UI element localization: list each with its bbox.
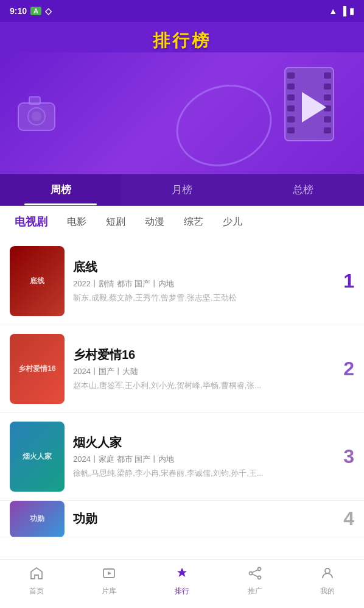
category-shortdrama[interactable]: 短剧 [97,211,134,233]
item-meta-3: 2024丨家庭 都市 国产丨内地 [73,454,327,465]
item-meta-1: 2022丨剧情 都市 国产丨内地 [73,278,327,289]
svg-rect-11 [324,72,331,79]
svg-rect-14 [324,105,331,111]
content-list: 底线 底线 2022丨剧情 都市 国产丨内地 靳东,成毅,蔡文静,王秀竹,曾梦雪… [0,238,364,559]
svg-rect-6 [287,83,295,90]
category-children[interactable]: 少儿 [214,211,251,233]
camera-decoration [12,88,61,139]
extra-icon: ◇ [45,6,52,16]
item-cast-1: 靳东,成毅,蔡文静,王秀竹,曾梦雪,张志坚,王劲松 [73,292,327,303]
page-header: 排行榜 [0,22,364,52]
svg-point-22 [257,576,261,579]
thumb-label-4: 功勋 [27,511,47,526]
item-rank-3: 3 [336,445,354,468]
svg-rect-9 [287,116,295,122]
main-content: 排行榜 [0,22,364,559]
tab-monthly[interactable]: 月榜 [121,174,242,205]
item-title-4: 功勋 [73,511,327,527]
nav-ranking[interactable]: 排行 [145,566,219,596]
svg-point-21 [257,567,261,570]
list-item[interactable]: 底线 底线 2022丨剧情 都市 国产丨内地 靳东,成毅,蔡文静,王秀竹,曾梦雪… [0,238,364,325]
nav-library[interactable]: 片库 [73,566,146,596]
library-icon [102,566,116,584]
item-title-1: 底线 [73,259,327,275]
category-variety[interactable]: 综艺 [175,211,212,233]
svg-rect-7 [287,94,295,101]
item-title-2: 乡村爱情16 [73,347,327,363]
category-movie[interactable]: 电影 [58,211,95,233]
svg-rect-13 [324,94,331,101]
thumbnail-1: 底线 [10,246,65,316]
svg-line-23 [252,570,257,572]
home-icon [29,566,44,584]
svg-line-24 [252,574,257,576]
item-info-2: 乡村爱情16 2024丨国产丨大陆 赵本山,唐鉴军,王小利,刘小光,贺树峰,毕畅… [73,347,327,391]
nav-home[interactable]: 首页 [0,566,73,596]
thumb-label-3: 烟火人家 [20,449,54,464]
ranking-icon [175,566,189,584]
thumbnail-4: 功勋 [10,501,65,537]
thumbnail-3: 烟火人家 [10,422,65,492]
item-rank-2: 2 [336,358,354,380]
nav-library-label: 片库 [102,586,116,596]
svg-rect-15 [324,116,331,122]
nav-home-label: 首页 [29,586,44,596]
item-info-4: 功勋 [73,511,327,527]
film-play-decoration [261,62,346,161]
svg-rect-5 [287,72,295,79]
item-cast-2: 赵本山,唐鉴军,王小利,刘小光,贺树峰,毕畅,曹桐睿,张... [73,380,327,391]
hero-banner [0,52,364,174]
svg-rect-10 [287,127,295,133]
nav-mine-label: 我的 [320,586,335,596]
wifi-icon: ▲ [329,6,337,16]
promote-icon [248,566,262,584]
category-bar: 电视剧 电影 短剧 动漫 综艺 少儿 [0,206,364,238]
nav-promote-label: 推广 [248,586,262,596]
nav-promote[interactable]: 推广 [219,566,292,596]
thumbnail-2: 乡村爱情16 [10,334,65,404]
item-title-3: 烟火人家 [73,434,327,451]
item-info-1: 底线 2022丨剧情 都市 国产丨内地 靳东,成毅,蔡文静,王秀竹,曾梦雪,张志… [73,259,327,303]
thumb-label-1: 底线 [27,274,47,289]
svg-point-25 [325,568,330,573]
nav-mine[interactable]: 我的 [291,566,364,596]
item-info-3: 烟火人家 2024丨家庭 都市 国产丨内地 徐帆,马思纯,梁静,李小冉,宋春丽,… [73,434,327,479]
svg-rect-12 [324,83,331,90]
svg-point-2 [32,111,41,121]
tab-weekly[interactable]: 周榜 [0,174,121,205]
thumb-label-2: 乡村爱情16 [16,361,58,376]
category-anime[interactable]: 动漫 [136,211,173,233]
list-item[interactable]: 乡村爱情16 乡村爱情16 2024丨国产丨大陆 赵本山,唐鉴军,王小利,刘小光… [0,325,364,413]
battery-icon: ▮ [349,6,354,16]
list-item[interactable]: 功勋 功勋 4 [0,501,364,537]
svg-rect-16 [324,127,331,133]
list-item[interactable]: 烟火人家 烟火人家 2024丨家庭 都市 国产丨内地 徐帆,马思纯,梁静,李小冉… [0,413,364,501]
svg-rect-8 [287,105,295,111]
status-right: ▲ ▐ ▮ [329,6,354,16]
signal-icon: ▐ [340,6,346,16]
nav-ranking-label: 排行 [175,586,189,596]
item-cast-3: 徐帆,马思纯,梁静,李小冉,宋春丽,李诚儒,刘钧,孙千,王... [73,468,327,479]
item-rank-1: 1 [336,270,354,292]
svg-marker-19 [108,571,111,575]
bottom-nav: 首页 片库 排行 推广 [0,559,364,608]
mine-icon [320,566,335,584]
app-indicator: A [30,7,41,15]
tab-alltime[interactable]: 总榜 [243,174,364,205]
item-rank-4: 4 [336,507,354,530]
svg-point-20 [249,571,252,574]
status-bar: 9:10 A ◇ ▲ ▐ ▮ [0,0,364,22]
svg-rect-3 [29,97,40,104]
item-meta-2: 2024丨国产丨大陆 [73,366,327,377]
status-time: 9:10 [10,6,27,16]
status-left: 9:10 A ◇ [10,6,52,16]
page-title: 排行榜 [0,29,364,52]
category-tv[interactable]: 电视剧 [6,210,56,234]
tabs-container: 周榜 月榜 总榜 [0,174,364,206]
